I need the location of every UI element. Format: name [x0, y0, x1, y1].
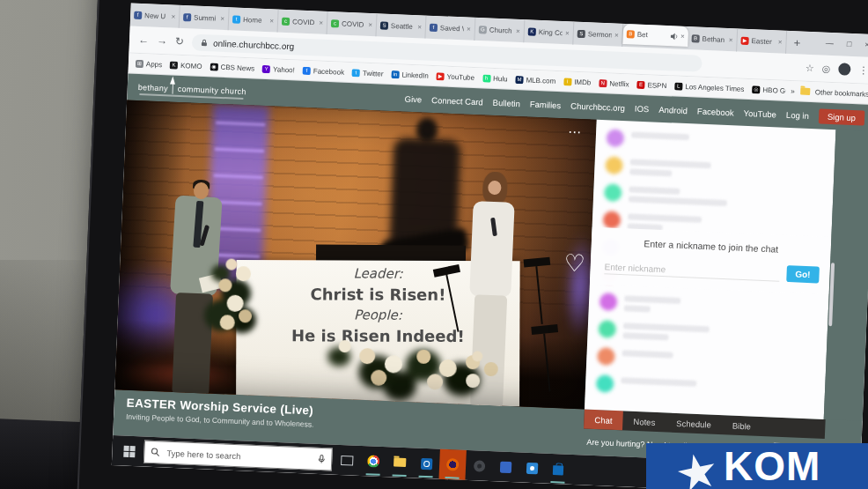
bookmark-item[interactable]: ⊞ Apps — [136, 59, 163, 68]
video-menu-icon[interactable]: ⋯ — [568, 123, 585, 140]
microphone-icon[interactable] — [318, 455, 325, 463]
site-logo[interactable]: bethany community church — [138, 82, 246, 97]
tab-close-icon[interactable]: × — [614, 31, 619, 39]
nav-link[interactable]: Give — [404, 93, 422, 104]
browser-tab[interactable]: c COVID × — [278, 10, 328, 34]
extension-icon[interactable]: ◎ — [822, 63, 831, 74]
nav-link[interactable]: Families — [530, 99, 562, 109]
browser-tab[interactable]: f Summi × — [180, 5, 230, 30]
video-player[interactable]: Leader:Christ is Risen!People:He is Rise… — [114, 100, 596, 409]
bookmark-item[interactable]: h Hulu — [482, 74, 508, 83]
tab-close-icon[interactable]: × — [269, 17, 274, 25]
taskbar-app-icon[interactable] — [386, 447, 414, 478]
bookmark-label: ESPN — [647, 81, 666, 90]
tab-close-icon[interactable]: × — [368, 20, 372, 28]
tab-audio-icon[interactable] — [671, 33, 678, 40]
nav-link[interactable]: Connect Card — [431, 94, 483, 106]
nav-link[interactable]: Facebook — [697, 106, 734, 117]
chat-tab[interactable]: Bible — [721, 415, 761, 436]
taskbar-app-icon[interactable] — [334, 445, 361, 476]
go-button[interactable]: Go! — [786, 265, 820, 284]
nav-link[interactable]: Churchbcc.org — [570, 100, 625, 113]
browser-tab[interactable]: K King Co × — [524, 19, 574, 44]
browser-tab[interactable]: B Bethan × — [688, 26, 738, 51]
chat-tab[interactable]: Chat — [584, 410, 623, 431]
nav-link[interactable]: YouTube — [743, 107, 776, 119]
bookmark-item[interactable]: i IMDb — [563, 78, 591, 86]
back-button[interactable]: ← — [138, 33, 150, 46]
close-window-button[interactable]: × — [864, 40, 868, 48]
taskbar-app-icon[interactable] — [518, 452, 545, 483]
tab-close-icon[interactable]: × — [565, 29, 570, 37]
tab-close-icon[interactable]: × — [516, 26, 520, 34]
browser-tab[interactable]: t Home × — [229, 7, 279, 32]
browser-tab[interactable]: S Sermon × — [573, 22, 623, 47]
tab-title: Home — [243, 15, 268, 24]
other-bookmarks-label[interactable]: Other bookmarks — [815, 88, 868, 99]
tab-title: Summi — [194, 13, 218, 22]
tab-close-icon[interactable]: × — [778, 38, 783, 46]
chat-tab[interactable]: Notes — [622, 411, 666, 432]
maximize-button[interactable]: □ — [847, 40, 852, 48]
chat-scrollbar[interactable] — [828, 263, 835, 326]
chat-message-blur — [630, 130, 689, 150]
browser-tab[interactable]: f Saved W × — [425, 16, 475, 41]
sign-up-button[interactable]: Sign up — [819, 108, 865, 125]
tab-favicon: c — [331, 19, 339, 27]
profile-avatar[interactable] — [838, 63, 851, 76]
taskbar-app-icon[interactable] — [491, 451, 519, 482]
tab-close-icon[interactable]: × — [220, 14, 224, 22]
forward-button[interactable]: → — [157, 34, 168, 47]
taskbar-app-icon[interactable] — [360, 446, 387, 477]
browser-tab[interactable]: G Church × — [474, 18, 525, 42]
taskbar-app-icon[interactable] — [413, 448, 440, 478]
heart-reaction-icon[interactable]: ♡ — [563, 248, 586, 278]
browser-tab[interactable]: B Bet × — [622, 24, 688, 47]
bookmark-item[interactable]: ▶ YouTube — [437, 72, 475, 82]
nav-link[interactable]: IOS — [635, 103, 650, 114]
taskbar-app-icon[interactable] — [438, 449, 466, 480]
taskbar-app-icon[interactable] — [544, 454, 571, 485]
taskbar-search-box[interactable] — [143, 441, 333, 471]
new-tab-button[interactable]: + — [786, 33, 808, 55]
tab-close-icon[interactable]: × — [417, 23, 422, 31]
bookmark-favicon: Y — [262, 64, 270, 72]
browser-tab[interactable]: ▶ Easter × — [737, 28, 787, 53]
minimize-button[interactable]: — — [826, 39, 834, 48]
start-button[interactable] — [115, 435, 143, 466]
reload-button[interactable]: ↻ — [175, 35, 185, 48]
bookmark-item[interactable]: t Twitter — [352, 69, 384, 78]
tab-close-icon[interactable]: × — [171, 12, 175, 20]
bookmark-item[interactable]: E ESPN — [636, 80, 666, 89]
chat-column: Enter a nickname to join the chat Go! — [585, 120, 868, 421]
bookmark-label: Facebook — [313, 67, 344, 76]
app-icon-glyph — [420, 457, 432, 470]
bookmark-item[interactable]: K KOMO — [170, 61, 202, 70]
nav-link[interactable]: Log in — [786, 109, 809, 120]
browser-menu-icon[interactable]: ⋮ — [858, 64, 868, 76]
browser-tab[interactable]: S Seattle × — [376, 13, 426, 38]
bookmark-item[interactable]: Y Yahoo! — [262, 64, 295, 74]
bookmark-item[interactable]: M MLB.com — [515, 75, 555, 85]
tab-close-icon[interactable]: × — [729, 36, 733, 44]
browser-tab[interactable]: f New U × — [130, 4, 180, 28]
bookmark-item[interactable]: f Facebook — [303, 66, 344, 76]
tab-favicon: f — [430, 23, 438, 31]
bookmark-item[interactable]: N Netflix — [599, 78, 629, 87]
bookmark-star-icon[interactable]: ☆ — [805, 62, 814, 73]
tab-close-icon[interactable]: × — [467, 25, 471, 33]
tab-close-icon[interactable]: × — [319, 19, 323, 26]
nav-link[interactable]: Bulletin — [493, 97, 521, 107]
bookmark-item[interactable]: in LinkedIn — [391, 70, 429, 80]
browser-tab[interactable]: c COVID × — [327, 11, 378, 36]
search-input[interactable] — [165, 447, 313, 464]
chat-tab[interactable]: Schedule — [666, 412, 722, 434]
tab-close-icon[interactable]: × — [680, 33, 685, 41]
taskbar-app-icon[interactable] — [465, 450, 492, 481]
nav-link[interactable]: Android — [658, 104, 688, 115]
bookmark-item[interactable]: ◎ HBO GO — [752, 85, 785, 95]
nickname-input[interactable] — [604, 260, 779, 281]
bookmarks-overflow-icon[interactable]: » — [791, 87, 795, 95]
bookmark-item[interactable]: ◉ CBS News — [210, 63, 254, 72]
bookmark-item[interactable]: L Los Angeles Times — [674, 82, 744, 93]
